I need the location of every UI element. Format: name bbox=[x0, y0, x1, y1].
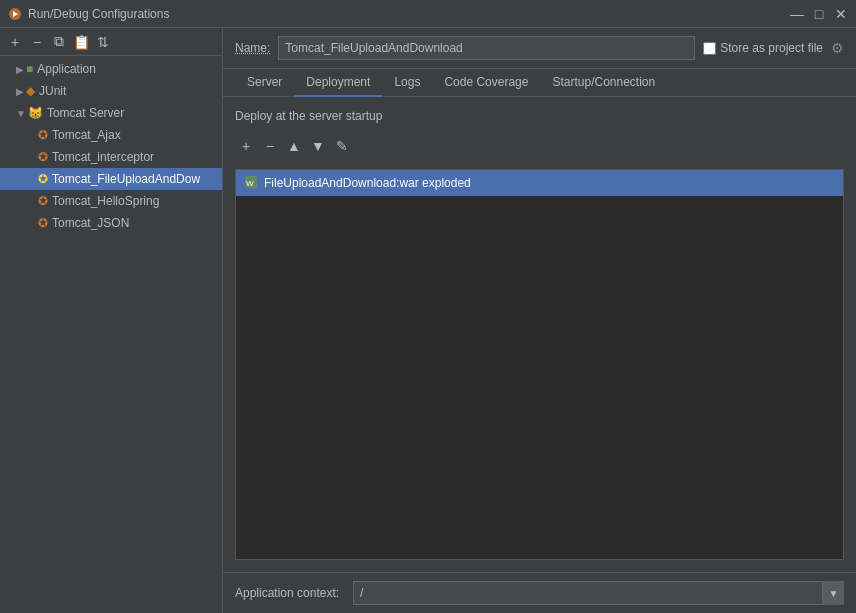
application-icon: ■ bbox=[26, 62, 33, 76]
app-context-wrapper: ▼ bbox=[353, 581, 844, 605]
title-bar: Run/Debug Configurations — □ ✕ bbox=[0, 0, 856, 28]
war-exploded-icon: W bbox=[244, 175, 258, 192]
deploy-move-down-button[interactable]: ▼ bbox=[307, 135, 329, 157]
deploy-list-item-war[interactable]: W FileUploadAndDownload:war exploded bbox=[236, 170, 843, 196]
tomcat-expand-arrow: ▼ bbox=[16, 108, 26, 119]
expand-arrow: ▶ bbox=[16, 64, 24, 75]
tomcat-server-label: Tomcat Server bbox=[47, 106, 124, 120]
name-input[interactable] bbox=[278, 36, 695, 60]
tomcat-fileupload-icon: ✪ bbox=[38, 172, 48, 186]
run-debug-icon bbox=[8, 7, 22, 21]
tomcat-hellospring-label: Tomcat_HelloSpring bbox=[52, 194, 159, 208]
app-context-label: Application context: bbox=[235, 586, 345, 600]
move-config-button[interactable]: 📋 bbox=[72, 33, 90, 51]
sidebar-item-tomcat-server[interactable]: ▼ 😸 Tomcat Server bbox=[0, 102, 222, 124]
deploy-add-button[interactable]: + bbox=[235, 135, 257, 157]
tomcat-folder-icon: 😸 bbox=[28, 106, 43, 120]
tomcat-interceptor-label: Tomcat_interceptor bbox=[52, 150, 154, 164]
tab-startup-connection[interactable]: Startup/Connection bbox=[540, 69, 667, 97]
sidebar-item-tomcat-json[interactable]: ✪ Tomcat_JSON bbox=[0, 212, 222, 234]
junit-expand-arrow: ▶ bbox=[16, 86, 24, 97]
deployment-tab-content: Deploy at the server startup + − ▲ ▼ ✎ W bbox=[223, 97, 856, 572]
application-label: Application bbox=[37, 62, 96, 76]
tomcat-fileupload-label: Tomcat_FileUploadAndDow bbox=[52, 172, 200, 186]
deploy-remove-button[interactable]: − bbox=[259, 135, 281, 157]
sidebar-item-tomcat-fileupload[interactable]: ✪ Tomcat_FileUploadAndDow bbox=[0, 168, 222, 190]
store-project-checkbox[interactable] bbox=[703, 42, 716, 55]
window-controls[interactable]: — □ ✕ bbox=[790, 7, 848, 21]
name-row: Name: Store as project file ⚙ bbox=[223, 28, 856, 69]
add-config-button[interactable]: + bbox=[6, 33, 24, 51]
tomcat-json-icon: ✪ bbox=[38, 216, 48, 230]
tomcat-json-label: Tomcat_JSON bbox=[52, 216, 129, 230]
gear-icon[interactable]: ⚙ bbox=[831, 40, 844, 56]
title-bar-left: Run/Debug Configurations bbox=[8, 7, 169, 21]
minimize-button[interactable]: — bbox=[790, 7, 804, 21]
sort-config-button[interactable]: ⇅ bbox=[94, 33, 112, 51]
sidebar-item-junit[interactable]: ▶ ◆ JUnit bbox=[0, 80, 222, 102]
sidebar-item-tomcat-hellospring[interactable]: ✪ Tomcat_HelloSpring bbox=[0, 190, 222, 212]
main-layout: + − ⧉ 📋 ⇅ ▶ ■ Application ▶ ◆ JUnit ▼ 😸 bbox=[0, 28, 856, 613]
tab-logs[interactable]: Logs bbox=[382, 69, 432, 97]
remove-config-button[interactable]: − bbox=[28, 33, 46, 51]
bottom-bar: Application context: ▼ bbox=[223, 572, 856, 613]
content-panel: Name: Store as project file ⚙ Server Dep… bbox=[223, 28, 856, 613]
sidebar: + − ⧉ 📋 ⇅ ▶ ■ Application ▶ ◆ JUnit ▼ 😸 bbox=[0, 28, 223, 613]
tomcat-hellospring-icon: ✪ bbox=[38, 194, 48, 208]
tomcat-ajax-icon: ✪ bbox=[38, 128, 48, 142]
tabs-bar: Server Deployment Logs Code Coverage Sta… bbox=[223, 69, 856, 97]
name-label: Name: bbox=[235, 41, 270, 55]
store-label: Store as project file bbox=[720, 41, 823, 55]
maximize-button[interactable]: □ bbox=[812, 7, 826, 21]
deploy-toolbar: + − ▲ ▼ ✎ bbox=[235, 135, 844, 157]
tab-server[interactable]: Server bbox=[235, 69, 294, 97]
sidebar-item-tomcat-interceptor[interactable]: ✪ Tomcat_interceptor bbox=[0, 146, 222, 168]
store-checkbox-area: Store as project file ⚙ bbox=[703, 40, 844, 56]
close-button[interactable]: ✕ bbox=[834, 7, 848, 21]
app-context-input[interactable] bbox=[353, 581, 844, 605]
sidebar-toolbar: + − ⧉ 📋 ⇅ bbox=[0, 28, 222, 56]
sidebar-item-tomcat-ajax[interactable]: ✪ Tomcat_Ajax bbox=[0, 124, 222, 146]
deploy-move-up-button[interactable]: ▲ bbox=[283, 135, 305, 157]
sidebar-item-application[interactable]: ▶ ■ Application bbox=[0, 58, 222, 80]
svg-text:W: W bbox=[246, 179, 254, 188]
tomcat-interceptor-icon: ✪ bbox=[38, 150, 48, 164]
tab-code-coverage[interactable]: Code Coverage bbox=[432, 69, 540, 97]
junit-label: JUnit bbox=[39, 84, 66, 98]
tomcat-ajax-label: Tomcat_Ajax bbox=[52, 128, 121, 142]
sidebar-tree: ▶ ■ Application ▶ ◆ JUnit ▼ 😸 Tomcat Ser… bbox=[0, 56, 222, 613]
war-exploded-label: FileUploadAndDownload:war exploded bbox=[264, 176, 471, 190]
deploy-edit-button[interactable]: ✎ bbox=[331, 135, 353, 157]
copy-config-button[interactable]: ⧉ bbox=[50, 33, 68, 51]
junit-icon: ◆ bbox=[26, 84, 35, 98]
tab-deployment[interactable]: Deployment bbox=[294, 69, 382, 97]
window-title: Run/Debug Configurations bbox=[28, 7, 169, 21]
deploy-section-label: Deploy at the server startup bbox=[235, 109, 844, 123]
deploy-list: W FileUploadAndDownload:war exploded bbox=[235, 169, 844, 560]
